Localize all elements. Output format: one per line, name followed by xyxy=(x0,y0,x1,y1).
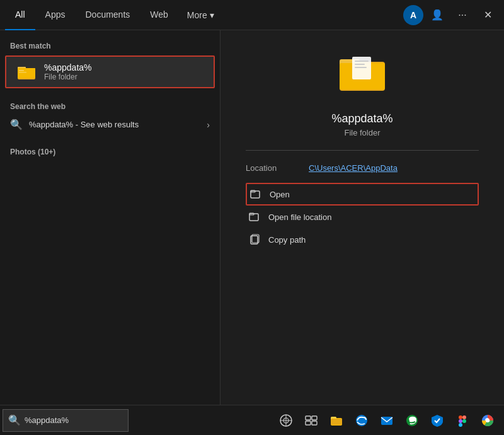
tab-documents[interactable]: Documents xyxy=(75,0,140,30)
nav-icon-group: A 👤 ··· ✕ xyxy=(403,4,499,26)
task-view-icon[interactable] xyxy=(300,409,323,432)
search-icon: 🔍 xyxy=(10,119,23,130)
search-bar-icon: 🔍 xyxy=(8,414,21,426)
left-panel: Best match %appdata% File folder xyxy=(0,30,220,405)
taskbar: 🔍 %appdata% xyxy=(0,405,504,435)
svg-rect-22 xyxy=(306,416,311,420)
mail-icon[interactable] xyxy=(375,409,398,432)
avatar[interactable]: A xyxy=(403,5,423,25)
best-match-item[interactable]: %appdata% File folder xyxy=(5,55,215,88)
edge-icon[interactable] xyxy=(401,409,423,432)
chevron-right-icon: › xyxy=(207,120,210,130)
svg-rect-28 xyxy=(331,419,342,425)
open-icon xyxy=(249,188,262,200)
divider xyxy=(246,150,479,151)
file-explorer-icon[interactable] xyxy=(325,409,348,432)
chrome-icon[interactable] xyxy=(476,409,499,432)
open-file-location-label: Open file location xyxy=(268,212,331,222)
best-match-label: Best match xyxy=(0,38,220,53)
copy-path-action[interactable]: Copy path xyxy=(246,228,479,251)
location-row: Location C\Users\ACER\AppData xyxy=(246,161,479,180)
file-type: File folder xyxy=(344,128,380,137)
location-label: Location xyxy=(246,163,309,173)
svg-point-39 xyxy=(486,419,490,422)
svg-rect-35 xyxy=(459,423,462,427)
svg-rect-24 xyxy=(306,421,311,425)
file-icon-wrapper xyxy=(337,49,387,102)
tab-all[interactable]: All xyxy=(5,0,35,30)
search-bar-text: %appdata% xyxy=(25,415,69,425)
web-search-text: %appdata% - See web results xyxy=(29,120,139,129)
svg-rect-4 xyxy=(19,72,26,73)
more-options-icon[interactable]: ··· xyxy=(451,4,474,26)
taskbar-icons xyxy=(275,409,504,432)
main-container: Best match %appdata% File folder xyxy=(0,30,504,405)
photos-section: Photos (10+) xyxy=(0,141,220,160)
web-search-item[interactable]: 🔍 %appdata% - See web results › xyxy=(0,113,220,136)
user-switch-icon[interactable]: 👤 xyxy=(426,4,449,26)
photos-label: Photos (10+) xyxy=(10,148,55,156)
location-value[interactable]: C\Users\ACER\AppData xyxy=(309,163,398,173)
svg-rect-34 xyxy=(459,419,462,423)
open-file-location-icon xyxy=(248,211,261,223)
search-web-label: Search the web xyxy=(0,98,220,113)
copy-path-label: Copy path xyxy=(268,235,306,245)
svg-rect-2 xyxy=(18,68,35,78)
file-name: %appdata% xyxy=(331,112,392,125)
action-list: Open Open file location xyxy=(246,183,479,251)
svg-rect-11 xyxy=(355,67,367,68)
start-icon[interactable] xyxy=(275,409,297,432)
folder-icon xyxy=(16,62,37,82)
open-label: Open xyxy=(270,190,290,199)
best-match-text: %appdata% File folder xyxy=(44,62,92,81)
chevron-down-icon: ▾ xyxy=(210,10,214,20)
svg-rect-3 xyxy=(19,70,24,71)
browser-icon[interactable] xyxy=(350,409,373,432)
tab-apps[interactable]: Apps xyxy=(35,0,76,30)
svg-rect-33 xyxy=(462,415,466,419)
open-action[interactable]: Open xyxy=(246,183,479,206)
copy-path-icon xyxy=(248,233,261,246)
right-panel: %appdata% File folder Location C\Users\A… xyxy=(220,30,504,405)
top-navigation: All Apps Documents Web More ▾ A 👤 ··· ✕ xyxy=(0,0,504,30)
search-bar[interactable]: 🔍 %appdata% xyxy=(3,409,129,432)
close-icon[interactable]: ✕ xyxy=(476,4,499,26)
svg-rect-32 xyxy=(459,415,462,419)
design-icon[interactable] xyxy=(451,409,474,432)
best-match-title: %appdata% xyxy=(44,62,92,72)
svg-rect-9 xyxy=(355,61,369,62)
more-dropdown[interactable]: More ▾ xyxy=(178,0,223,30)
svg-rect-30 xyxy=(381,417,392,425)
best-match-subtitle: File folder xyxy=(44,72,92,81)
open-file-location-action[interactable]: Open file location xyxy=(246,206,479,228)
svg-rect-23 xyxy=(312,416,317,420)
shield-icon[interactable] xyxy=(426,409,449,432)
svg-point-36 xyxy=(462,419,466,423)
tab-web[interactable]: Web xyxy=(140,0,178,30)
svg-rect-10 xyxy=(355,64,365,65)
svg-rect-25 xyxy=(312,421,317,425)
